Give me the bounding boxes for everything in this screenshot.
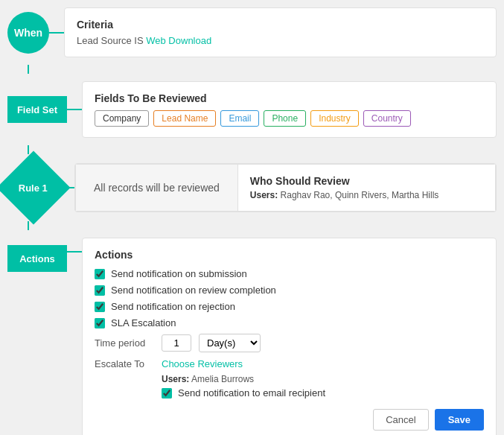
- source-prefix: Lead Source: [77, 35, 132, 46]
- fieldset-connector: [67, 109, 82, 110]
- source-value: Web Download: [146, 35, 211, 46]
- field-industry: Industry: [310, 110, 359, 127]
- fieldset-row: Field Set Fields To Be Reviewed Company …: [7, 81, 497, 138]
- checkbox-submission-input[interactable]: [95, 269, 105, 279]
- users-label: Users:: [250, 190, 278, 200]
- field-email: Email: [220, 110, 259, 127]
- notify-email-label: Send notification to email recipient: [178, 387, 325, 399]
- who-review-users: Users: Raghav Rao, Quinn Rivers, Martha …: [250, 190, 483, 200]
- checkbox-sla-label: SLA Escalation: [111, 317, 176, 328]
- rule-card: All records will be reviewed Who Should …: [74, 163, 497, 212]
- actions-row: Actions Actions Send notification on sub…: [7, 238, 497, 435]
- source-condition: IS: [134, 35, 146, 46]
- checkbox-sla: SLA Escalation: [95, 317, 484, 328]
- cancel-button[interactable]: Cancel: [373, 409, 428, 431]
- fields-title: Fields To Be Reviewed: [95, 92, 484, 104]
- escalate-users: Users: Amelia Burrows: [162, 374, 325, 384]
- fieldset-node: Field Set: [7, 96, 67, 123]
- actions-node: Actions: [7, 245, 67, 272]
- actions-title: Actions: [95, 249, 484, 261]
- checkbox-rejection-input[interactable]: [95, 302, 105, 312]
- choose-reviewers-text: Choose Reviewers: [162, 358, 243, 369]
- criteria-card: Criteria Lead Source IS Web Download: [64, 7, 497, 57]
- when-node: When: [7, 12, 49, 54]
- rule-row: Rule 1 All records will be reviewed Who …: [7, 162, 497, 214]
- checkbox-review: Send notification on review completion: [95, 285, 484, 296]
- checkbox-rejection-label: Send notification on rejection: [111, 301, 235, 312]
- field-phone: Phone: [264, 110, 306, 127]
- checkbox-rejection: Send notification on rejection: [95, 301, 484, 312]
- connector-2: [28, 145, 29, 154]
- checkbox-review-label: Send notification on review completion: [111, 285, 276, 296]
- who-review-box: Who Should Review Users: Raghav Rao, Qui…: [238, 164, 496, 212]
- time-period-label: Time period: [95, 337, 154, 349]
- rule-node: Rule 1: [0, 151, 70, 225]
- users-value: Raghav Rao, Quinn Rivers, Martha Hills: [281, 190, 439, 200]
- all-records-box: All records will be reviewed: [75, 164, 238, 212]
- choose-reviewers-link[interactable]: Choose Reviewers: [162, 358, 325, 369]
- field-country: Country: [363, 110, 411, 127]
- escalate-label: Escalate To: [95, 358, 154, 369]
- escalate-users-value: Amelia Burrows: [191, 374, 254, 384]
- criteria-source: Lead Source IS Web Download: [77, 35, 484, 46]
- footer-buttons: Cancel Save: [95, 409, 484, 431]
- fieldset-label: Field Set: [17, 104, 57, 115]
- time-period-input[interactable]: [162, 334, 191, 352]
- field-lead-name: Lead Name: [153, 110, 216, 127]
- when-label: When: [14, 27, 42, 39]
- when-row: When Criteria Lead Source IS Web Downloa…: [7, 7, 497, 57]
- escalate-to-row: Escalate To Choose Reviewers Users: Amel…: [95, 358, 484, 399]
- connector-1: [28, 65, 29, 74]
- criteria-title: Criteria: [77, 19, 484, 31]
- checkbox-review-input[interactable]: [95, 285, 105, 296]
- when-connector: [49, 32, 64, 34]
- time-unit-select[interactable]: Day(s) Hour(s) Week(s): [199, 334, 261, 352]
- fields-card: Fields To Be Reviewed Company Lead Name …: [82, 81, 497, 138]
- fields-row: Company Lead Name Email Phone Industry C…: [95, 110, 484, 127]
- actions-connector: [67, 251, 82, 253]
- checkbox-sla-input[interactable]: [95, 318, 105, 328]
- actions-node-wrapper: Actions: [7, 245, 67, 272]
- escalate-users-label: Users:: [162, 374, 189, 384]
- actions-label: Actions: [19, 253, 55, 264]
- checkbox-submission: Send notification on submission: [95, 268, 484, 279]
- flow-container: When Criteria Lead Source IS Web Downloa…: [7, 7, 497, 435]
- notify-email-checkbox[interactable]: [162, 388, 172, 399]
- who-review-title: Who Should Review: [250, 175, 483, 187]
- time-period-row: Time period Day(s) Hour(s) Week(s): [95, 334, 484, 352]
- checkbox-submission-label: Send notification on submission: [111, 268, 247, 279]
- all-records-text: All records will be reviewed: [94, 182, 220, 194]
- save-button[interactable]: Save: [435, 409, 484, 431]
- actions-card: Actions Send notification on submission …: [82, 238, 497, 435]
- notify-email-row: Send notification to email recipient: [162, 387, 325, 399]
- connector-3: [28, 221, 29, 230]
- rule-label: Rule 1: [19, 182, 48, 193]
- field-company: Company: [95, 110, 149, 127]
- escalate-content: Choose Reviewers Users: Amelia Burrows S…: [162, 358, 325, 399]
